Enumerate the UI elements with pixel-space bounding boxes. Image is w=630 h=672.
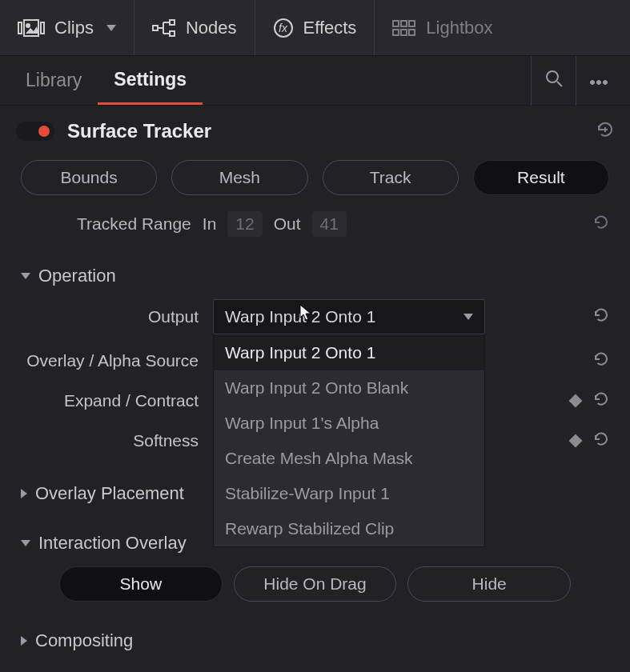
param-expand-contract-reset[interactable]: [593, 391, 609, 411]
output-dropdown-menu: Warp Input 2 Onto 1 Warp Input 2 Onto Bl…: [213, 334, 485, 547]
group-compositing-label: Compositing: [35, 630, 133, 651]
toolbar-effects[interactable]: fx Effects: [255, 0, 375, 55]
dropdown-option-2[interactable]: Warp Input 1's Alpha: [214, 406, 484, 441]
more-icon: [589, 71, 608, 90]
svg-rect-11: [409, 21, 415, 26]
param-softness-reset[interactable]: [593, 431, 609, 451]
dropdown-option-0[interactable]: Warp Input 2 Onto 1: [214, 335, 484, 370]
svg-rect-6: [170, 31, 175, 36]
svg-rect-5: [170, 20, 175, 25]
mode-pills: Bounds Mesh Track Result: [0, 150, 630, 202]
group-overlay-placement-label: Overlay Placement: [35, 483, 184, 504]
param-overlay-alpha-reset[interactable]: [593, 351, 609, 371]
tracked-range-reset[interactable]: [593, 214, 609, 234]
panel-reset-button[interactable]: [596, 121, 614, 142]
tracked-range-in-value[interactable]: 12: [227, 211, 262, 237]
lightbox-icon: [392, 20, 416, 36]
tracked-range-label: Tracked Range: [77, 214, 191, 234]
panel-header: Surface Tracker: [0, 106, 630, 150]
keyframe-button[interactable]: [569, 434, 583, 448]
pill-mesh[interactable]: Mesh: [171, 160, 307, 195]
reset-add-icon: [596, 124, 614, 142]
toolbar-nodes-label: Nodes: [186, 18, 237, 38]
enable-toggle[interactable]: [16, 122, 54, 141]
effects-icon: fx: [273, 18, 294, 38]
chevron-down-icon: [21, 540, 30, 546]
dropdown-option-1[interactable]: Warp Input 2 Onto Blank: [214, 370, 484, 406]
pill-track[interactable]: Track: [323, 160, 459, 195]
output-dropdown-value: Warp Input 2 Onto 1: [225, 307, 375, 326]
svg-rect-0: [18, 22, 22, 34]
pill-bounds[interactable]: Bounds: [21, 160, 157, 195]
reset-icon: [593, 309, 609, 326]
tracked-range-out-label: Out: [274, 214, 301, 234]
nodes-icon: [152, 19, 176, 37]
param-output-reset[interactable]: [593, 307, 609, 327]
param-output: Output Warp Input 2 Onto 1 Warp Input 2 …: [21, 293, 609, 341]
svg-rect-1: [41, 22, 44, 34]
group-operation: Operation Output Warp Input 2 Onto 1 War…: [0, 251, 630, 469]
dropdown-option-3[interactable]: Create Mesh Alpha Mask: [214, 441, 484, 476]
group-compositing: Compositing: [0, 616, 630, 666]
reset-icon: [593, 215, 609, 234]
svg-point-3: [26, 24, 30, 27]
group-interaction-overlay-label: Interaction Overlay: [38, 533, 187, 554]
more-button[interactable]: [576, 56, 620, 106]
dropdown-option-5[interactable]: Rewarp Stabilized Clip: [214, 511, 484, 546]
panel-title: Surface Tracker: [67, 120, 211, 142]
tracked-range-out-value[interactable]: 41: [312, 211, 347, 237]
tabs-row: Library Settings: [0, 56, 630, 106]
toggle-dot: [38, 126, 50, 137]
param-softness-label: Softness: [21, 431, 213, 450]
group-operation-header[interactable]: Operation: [21, 259, 609, 293]
chevron-right-icon: [21, 489, 27, 498]
group-compositing-header[interactable]: Compositing: [21, 624, 609, 658]
svg-point-19: [603, 81, 607, 85]
toolbar-effects-label: Effects: [303, 18, 357, 38]
pill-hide-on-drag[interactable]: Hide On Drag: [234, 566, 397, 602]
tracked-range-in-label: In: [203, 214, 217, 234]
pill-hide[interactable]: Hide: [407, 566, 571, 602]
top-toolbar: Clips Nodes fx Effects Lightbox: [0, 0, 630, 56]
svg-point-18: [596, 81, 600, 85]
reset-icon: [593, 393, 609, 410]
dropdown-option-4[interactable]: Stabilize-Warp Input 1: [214, 476, 484, 511]
svg-rect-4: [153, 26, 158, 30]
toolbar-clips[interactable]: Clips: [0, 0, 134, 55]
svg-rect-12: [393, 30, 399, 35]
toolbar-lightbox-label: Lightbox: [426, 18, 492, 38]
reset-icon: [593, 433, 609, 450]
reset-icon: [593, 353, 609, 370]
svg-point-17: [590, 81, 594, 85]
tab-library[interactable]: Library: [10, 56, 98, 105]
svg-point-15: [547, 71, 558, 82]
toolbar-lightbox[interactable]: Lightbox: [375, 0, 510, 55]
tab-settings[interactable]: Settings: [98, 56, 203, 105]
group-operation-label: Operation: [38, 266, 116, 286]
toolbar-clips-label: Clips: [54, 18, 94, 38]
keyframe-button[interactable]: [569, 394, 583, 408]
chevron-down-icon: [106, 25, 116, 31]
param-output-label: Output: [21, 307, 213, 326]
interaction-pills: Show Hide On Drag Hide: [21, 560, 609, 608]
pill-result[interactable]: Result: [473, 160, 609, 195]
svg-rect-13: [401, 30, 407, 35]
search-icon: [545, 70, 563, 91]
param-overlay-alpha-label: Overlay / Alpha Source: [21, 351, 213, 370]
svg-line-16: [557, 82, 562, 86]
param-expand-contract-label: Expand / Contract: [21, 391, 213, 410]
svg-rect-14: [409, 30, 415, 35]
svg-rect-10: [401, 21, 407, 26]
output-dropdown[interactable]: Warp Input 2 Onto 1: [213, 299, 485, 334]
svg-text:fx: fx: [279, 22, 288, 34]
pill-show[interactable]: Show: [59, 566, 223, 602]
chevron-right-icon: [21, 636, 27, 646]
chevron-down-icon: [463, 314, 473, 320]
clips-icon: [18, 19, 45, 37]
toolbar-nodes[interactable]: Nodes: [134, 0, 255, 55]
svg-rect-9: [393, 21, 399, 26]
chevron-down-icon: [21, 273, 30, 279]
tracked-range-row: Tracked Range In 12 Out 41: [0, 202, 630, 251]
search-button[interactable]: [531, 56, 576, 106]
